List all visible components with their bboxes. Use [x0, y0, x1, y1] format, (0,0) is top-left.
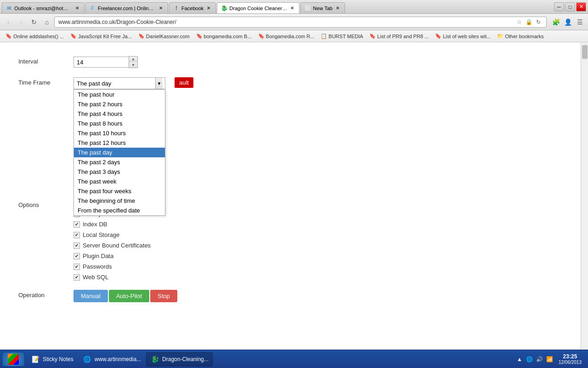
title-bar: ✉ Outlook - smrazi@hotma... ✕ F Freelanc…	[0, 0, 588, 14]
bookmark-label-8: List of web sites wit...	[443, 34, 491, 39]
tab-dragon-close[interactable]: ✕	[289, 5, 295, 12]
bookmark-icon-6: 📋	[321, 33, 327, 39]
bookmarks-bar: 🔖 Online addslashes() ... 🔖 JavaScript K…	[0, 30, 588, 42]
option-past-2hours[interactable]: The past 2 hours	[74, 99, 165, 109]
taskbar-item-dragon[interactable]: 🐉 Dragon-Cleaning...	[146, 352, 213, 366]
tab-facebook[interactable]: f Facebook ✕	[169, 2, 216, 13]
option-past-4hours[interactable]: The past 4 hours	[74, 109, 165, 119]
bookmark-danielkassner[interactable]: 🔖 DanielKassner.com	[136, 32, 192, 40]
checkbox-websql[interactable]: ✔	[74, 274, 80, 281]
start-button[interactable]	[2, 352, 25, 367]
option-beginning[interactable]: The beginning of time	[74, 196, 165, 206]
person-icon[interactable]: 👤	[562, 17, 573, 28]
option-past-day[interactable]: The past day	[74, 148, 165, 157]
tab-newtab-title: New Tab	[313, 6, 333, 11]
taskbar-dragon-label: Dragon-Cleaning...	[162, 356, 209, 362]
spinner-down-button[interactable]: ▼	[129, 62, 137, 68]
bookmark-sites[interactable]: 🔖 List of web sites wit...	[432, 32, 493, 40]
network-icon[interactable]: 🌐	[526, 355, 534, 363]
option-servercerts[interactable]: ✔ Server Bound Certificates	[74, 242, 562, 249]
label-plugindata: Plugin Data	[83, 253, 113, 259]
clock-date: 12/06/2013	[559, 360, 582, 365]
checkbox-passwords[interactable]: ✔	[74, 264, 80, 270]
checkbox-servercerts[interactable]: ✔	[74, 242, 80, 249]
option-past-4weeks[interactable]: The past four weeks	[74, 186, 165, 196]
option-past-hour[interactable]: The past hour	[74, 90, 165, 99]
dropdown-arrow-icon: ▼	[155, 78, 163, 89]
outlook-favicon: ✉	[6, 5, 12, 12]
option-past-3days[interactable]: The past 3 days	[74, 167, 165, 177]
taskbar-item-stickynotes[interactable]: 📝 Sticky Notes	[27, 352, 78, 366]
home-button[interactable]: ⌂	[41, 17, 52, 28]
back-button[interactable]: ‹	[3, 17, 14, 28]
bookmark-jskit[interactable]: 🔖 JavaScript Kit Free Ja...	[68, 32, 135, 40]
checkbox-plugindata[interactable]: ✔	[74, 253, 80, 259]
option-past-week[interactable]: The past week	[74, 177, 165, 186]
maximize-button[interactable]: □	[565, 2, 575, 12]
manual-button[interactable]: Manual	[74, 290, 108, 302]
timeframe-row: Time Frame The past day ▼ The past hour …	[18, 77, 562, 89]
operation-label: Operation	[18, 290, 74, 299]
bookmark-burst[interactable]: 📋 BURST MEDIA	[318, 32, 366, 40]
extensions-icon[interactable]: 🧩	[550, 17, 561, 28]
bookmark-bonga-b[interactable]: 🔖 bongamedia.com B...	[193, 32, 254, 40]
stop-button[interactable]: Stop	[150, 290, 177, 302]
signal-icon[interactable]: 📶	[546, 355, 554, 363]
spinner-up-button[interactable]: ▲	[129, 57, 137, 62]
taskbar-item-browser[interactable]: 🌐 www.artinnmedia...	[79, 352, 145, 366]
tab-newtab-close[interactable]: ✕	[334, 5, 341, 12]
bookmark-icon-1: 🔖	[6, 33, 12, 39]
timeframe-selected-text: The past day	[77, 80, 155, 87]
interval-spinner: ▲ ▼	[74, 56, 562, 68]
tab-freelancer-title: Freelancer.com | Online J...	[98, 6, 156, 11]
timeframe-selected[interactable]: The past day ▼	[74, 77, 165, 89]
volume-icon[interactable]: 🔊	[536, 355, 544, 363]
option-localstorage[interactable]: ✔ Local Storage	[74, 231, 562, 238]
reset-button[interactable]: ault	[175, 77, 193, 88]
tab-freelancer-close[interactable]: ✕	[158, 5, 164, 12]
system-clock[interactable]: 23:25 12/06/2013	[556, 353, 584, 365]
tab-newtab[interactable]: ⬜ New Tab ✕	[300, 2, 345, 13]
autopilot-button[interactable]: Auto-Pilot	[109, 290, 149, 302]
bookmark-addslashes[interactable]: 🔖 Online addslashes() ...	[3, 32, 67, 40]
address-bar[interactable]: www.artinnmedia.co.uk/Dragon-Cookie-Clea…	[54, 17, 547, 28]
bookmark-pr9[interactable]: 🔖 List of PR9 and PR8 ...	[367, 32, 431, 40]
clock-time: 23:25	[559, 353, 582, 360]
option-passwords[interactable]: ✔ Passwords	[74, 263, 562, 270]
option-past-2days[interactable]: The past 2 days	[74, 157, 165, 167]
scrollbar[interactable]	[581, 42, 588, 350]
option-specified-date[interactable]: From the specified date	[74, 206, 165, 215]
tab-outlook[interactable]: ✉ Outlook - smrazi@hotma... ✕	[2, 2, 85, 13]
tab-facebook-close[interactable]: ✕	[205, 5, 212, 12]
label-websql: Web SQL	[83, 274, 108, 281]
label-localstorage: Local Storage	[83, 231, 119, 238]
forward-button[interactable]: ›	[16, 17, 27, 28]
settings-icon[interactable]: ☰	[574, 17, 585, 28]
timeframe-dropdown-list: The past hour The past 2 hours The past …	[74, 89, 165, 216]
option-past-12hours[interactable]: The past 12 hours	[74, 138, 165, 148]
scrollbar-thumb[interactable]	[582, 45, 588, 59]
reload-button[interactable]: ↻	[28, 17, 40, 28]
option-websql[interactable]: ✔ Web SQL	[74, 274, 562, 281]
bookmark-label-1: Online addslashes() ...	[13, 34, 64, 39]
option-past-10hours[interactable]: The past 10 hours	[74, 128, 165, 138]
option-past-8hours[interactable]: The past 8 hours	[74, 119, 165, 128]
star-icon[interactable]: ☆	[515, 18, 523, 26]
bookmark-other[interactable]: 📁 Other bookmarks	[494, 32, 546, 40]
shield-icon[interactable]: 🔒	[525, 18, 533, 26]
tab-freelancer[interactable]: F Freelancer.com | Online J... ✕	[85, 2, 168, 13]
option-plugindata[interactable]: ✔ Plugin Data	[74, 253, 562, 259]
close-button[interactable]: ✕	[576, 2, 586, 12]
tab-dragon-title: Dragon Cookie Cleaner -...	[229, 6, 287, 11]
checkbox-indexdb[interactable]: ✔	[74, 221, 80, 228]
bookmark-bonga-r[interactable]: 🔖 Bongamedia.com R...	[255, 32, 317, 40]
option-indexdb[interactable]: ✔ Index DB	[74, 221, 562, 228]
tray-arrow-icon[interactable]: ▲	[515, 355, 524, 363]
reload-addr-icon[interactable]: ↻	[534, 18, 543, 26]
interval-input[interactable]	[74, 57, 129, 68]
tab-dragon[interactable]: 🐉 Dragon Cookie Cleaner -... ✕	[217, 2, 300, 13]
checkbox-localstorage[interactable]: ✔	[74, 232, 80, 238]
tab-outlook-close[interactable]: ✕	[74, 5, 80, 12]
minimize-button[interactable]: ─	[554, 2, 564, 12]
label-passwords: Passwords	[83, 263, 112, 270]
